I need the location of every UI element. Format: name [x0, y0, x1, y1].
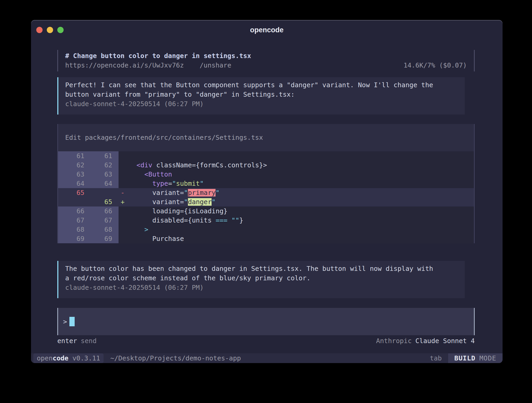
send-hint: entersend [57, 336, 96, 346]
tab-key-hint[interactable]: tab [430, 353, 442, 363]
old-line-number: 63 [58, 170, 88, 179]
working-directory: ~/Desktop/Projects/demo-notes-app [110, 353, 241, 363]
app-name-bold: code [53, 354, 68, 362]
new-line-number: 66 [88, 206, 119, 216]
titlebar: opencode [31, 20, 503, 40]
model-indicator: AnthropicClaude Sonnet 4 [376, 336, 475, 346]
diff-row: 6161 [58, 151, 474, 161]
new-line-number: 61 [88, 151, 119, 161]
assistant-message: Perfect! I can see that the Button compo… [57, 77, 465, 115]
old-line-number [58, 197, 88, 206]
context-usage: 14.6K/7% ($0.07) [403, 61, 467, 70]
old-line-number: 68 [58, 225, 88, 234]
old-line-number: 67 [58, 216, 88, 225]
edit-file-title: Edit packages/frontend/src/containers/Se… [58, 124, 474, 151]
new-line-number [88, 188, 119, 197]
assistant-message: The button color has been changed to dan… [57, 261, 465, 298]
model-timestamp: claude-sonnet-4-20250514 (06:27 PM) [65, 283, 465, 292]
message-text: Perfect! I can see that the Button compo… [65, 80, 465, 99]
app-version: v0.3.11 [72, 354, 100, 362]
code-line: - variant="primary" [119, 188, 474, 197]
old-line-number: 69 [58, 234, 88, 243]
old-line-number: 64 [58, 179, 88, 188]
screen: opencode # Change button color to danger… [0, 0, 532, 403]
close-button[interactable] [36, 27, 43, 33]
new-line-number: 67 [88, 216, 119, 225]
old-line-number: 66 [58, 206, 88, 216]
new-line-number: 68 [88, 225, 119, 234]
minimize-button[interactable] [47, 27, 53, 33]
send-label: send [81, 337, 96, 345]
old-line-number: 62 [58, 161, 88, 170]
message-text: The button color has been changed to dan… [65, 264, 465, 283]
status-bar: opencodev0.3.11 ~/Desktop/Projects/demo-… [31, 353, 503, 363]
app-version-chip: opencodev0.3.11 [33, 353, 104, 363]
code-line: disabled={units === ""} [119, 216, 474, 225]
diff-row: 6767 disabled={units === ""} [58, 216, 474, 225]
code-line: type="submit" [119, 179, 474, 188]
session-title: # Change button color to danger in setti… [65, 51, 467, 61]
new-line-number: 62 [88, 161, 119, 170]
message-line: a red/rose color scheme instead of the b… [65, 273, 465, 283]
maximize-button[interactable] [57, 27, 64, 33]
share-url-link[interactable]: https://opencode.ai/s/UwJxv76z [65, 61, 184, 70]
mode-secondary: MODE [479, 354, 496, 362]
text-cursor [69, 317, 75, 326]
session-header: # Change button color to danger in setti… [57, 50, 475, 71]
diff-row: 6363 <Button [58, 170, 474, 179]
old-line-number: 65 [58, 188, 88, 197]
window-title: opencode [31, 20, 503, 40]
enter-key-hint: enter [57, 337, 77, 345]
new-line-number: 69 [88, 234, 119, 243]
diff-row: 6262 <div className={formCs.controls}> [58, 161, 474, 170]
code-line: Purchase [119, 234, 474, 243]
diff-row: 6969 Purchase [58, 234, 474, 243]
code-line: <div className={formCs.controls}> [119, 161, 474, 170]
prompt-symbol: > [63, 318, 67, 326]
message-line: Perfect! I can see that the Button compo… [65, 80, 465, 90]
unshare-command[interactable]: /unshare [200, 61, 231, 70]
diff-view: 61616262 <div className={formCs.controls… [58, 151, 474, 243]
diff-row: 65+ variant="danger" [58, 197, 474, 206]
old-line-number: 61 [58, 151, 88, 161]
prompt-input[interactable]: > [57, 308, 475, 335]
code-line: > [119, 225, 474, 234]
app-name-regular: open [37, 354, 53, 362]
code-line: + variant="danger" [119, 197, 474, 206]
opencode-window: opencode # Change button color to danger… [31, 20, 503, 363]
code-line [119, 151, 474, 161]
model-label: Claude Sonnet 4 [415, 337, 475, 345]
diff-row: 6868 > [58, 225, 474, 234]
mode-primary: BUILD [454, 354, 475, 362]
diff-row: 6464 type="submit" [58, 179, 474, 188]
new-line-number: 64 [88, 179, 119, 188]
diff-row: 65- variant="primary" [58, 188, 474, 197]
new-line-number: 63 [88, 170, 119, 179]
diff-row: 6666 loading={isLoading} [58, 206, 474, 216]
mode-chip[interactable]: BUILDMODE [448, 353, 503, 363]
provider-label: Anthropic [376, 337, 412, 345]
model-timestamp: claude-sonnet-4-20250514 (06:27 PM) [65, 99, 465, 109]
code-line: loading={isLoading} [119, 206, 474, 216]
hint-bar: entersend AnthropicClaude Sonnet 4 [57, 336, 475, 346]
new-line-number: 65 [88, 197, 119, 206]
message-line: button variant from "primary" to "danger… [65, 90, 465, 99]
traffic-lights [36, 27, 64, 33]
edit-tool-block: Edit packages/frontend/src/containers/Se… [57, 124, 475, 243]
code-line: <Button [119, 170, 474, 179]
message-line: The button color has been changed to dan… [65, 264, 465, 273]
